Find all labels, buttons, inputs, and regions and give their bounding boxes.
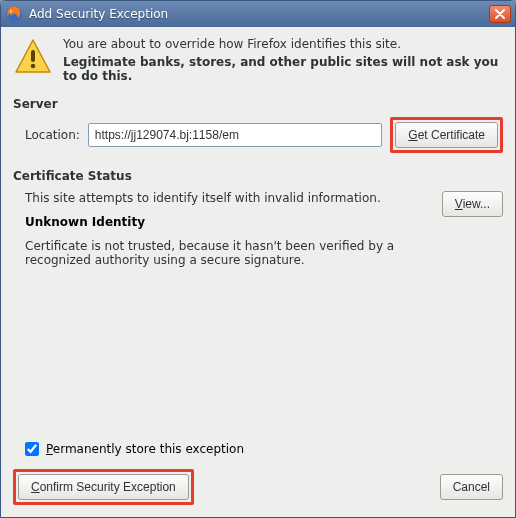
close-button[interactable] [489,5,511,23]
warning-text: You are about to override how Firefox id… [63,37,503,83]
permanent-store-label[interactable]: Permanently store this exception [46,442,244,456]
get-certificate-button[interactable]: Get Certificate [395,122,498,148]
spacer [13,267,503,431]
warning-icon [13,37,53,77]
permanent-store-checkbox[interactable] [25,442,39,456]
button-row: Confirm Security Exception Cancel [13,469,503,505]
firefox-icon [5,5,23,23]
dialog-content: You are about to override how Firefox id… [1,27,515,517]
highlight-get-certificate: Get Certificate [390,117,503,153]
unknown-identity-text: Certificate is not trusted, because it h… [25,239,432,267]
titlebar[interactable]: Add Security Exception [1,1,515,27]
certificate-status-block: This site attempts to identify itself wi… [25,191,503,267]
location-label: Location: [25,128,80,142]
window-title: Add Security Exception [29,7,489,21]
confirm-security-exception-button[interactable]: Confirm Security Exception [18,474,189,500]
close-icon [495,9,505,19]
location-input[interactable] [88,123,383,147]
warning-line2: Legitimate banks, stores, and other publ… [63,55,503,83]
server-row: Location: Get Certificate [25,117,503,153]
permanent-store-row: Permanently store this exception [21,439,503,459]
highlight-confirm: Confirm Security Exception [13,469,194,505]
dialog-window: Add Security Exception You are about to … [0,0,516,518]
svg-rect-1 [31,50,35,62]
unknown-identity-heading: Unknown Identity [25,215,432,229]
server-heading: Server [13,97,503,111]
cancel-button[interactable]: Cancel [440,474,503,500]
certificate-status-heading: Certificate Status [13,169,503,183]
svg-point-2 [31,64,36,69]
view-certificate-button[interactable]: View... [442,191,503,217]
cert-attempt-text: This site attempts to identify itself wi… [25,191,432,205]
warning-row: You are about to override how Firefox id… [13,37,503,83]
warning-line1: You are about to override how Firefox id… [63,37,503,51]
